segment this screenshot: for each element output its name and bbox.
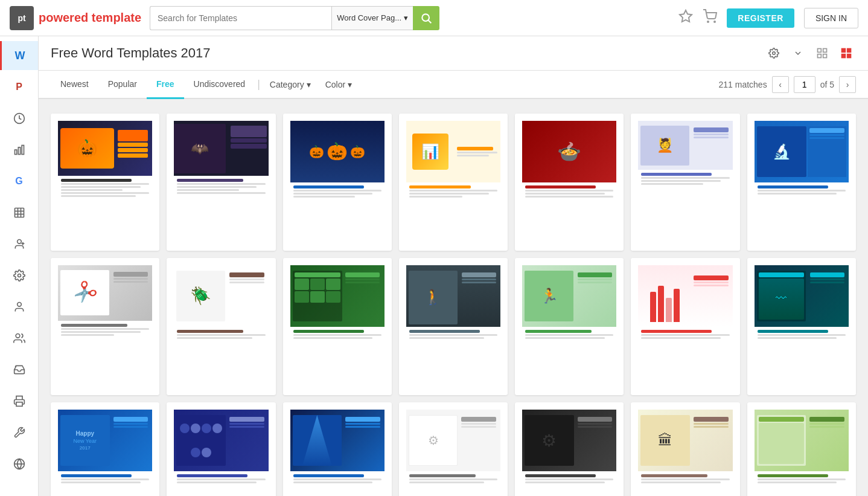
search-input[interactable] (150, 6, 331, 30)
template-card[interactable]: ✂️ (51, 258, 159, 395)
template-row-2: ✂️ (51, 258, 856, 395)
template-card[interactable]: ⚙ (515, 402, 624, 496)
sidebar-item-print[interactable] (5, 387, 34, 416)
clock-icon (13, 112, 25, 124)
category-chevron: ▾ (307, 80, 311, 89)
grid-view-icon (816, 47, 828, 59)
color-label: Color (325, 80, 345, 89)
sidebar-item-add-user[interactable] (5, 230, 34, 259)
template-card[interactable]: ⚙ (399, 402, 508, 496)
template-card[interactable]: 🎃 (51, 114, 159, 251)
template-card[interactable]: 🏃 (515, 258, 624, 395)
template-card[interactable]: 🔬 (747, 114, 856, 251)
grid-view-button[interactable] (812, 43, 832, 63)
sidebar-icon-w: W (15, 50, 25, 62)
sidebar-item-inbox[interactable] (5, 355, 34, 384)
logo-area: pt powered template (10, 6, 142, 30)
search-button[interactable] (413, 6, 439, 30)
sidebar-item-powerpoint[interactable]: P (5, 72, 34, 101)
template-card[interactable]: 〰 (747, 258, 856, 395)
logo-template: template (92, 11, 141, 24)
chart-icon (13, 144, 25, 156)
sidebar-item-table[interactable] (5, 198, 34, 227)
category-label: Category (270, 80, 304, 89)
svg-point-19 (16, 334, 20, 338)
svg-point-14 (17, 240, 21, 244)
globe-icon (13, 458, 25, 470)
sidebar-item-settings[interactable] (5, 261, 34, 290)
sidebar-item-google[interactable]: G (5, 167, 34, 196)
settings-icon-button[interactable] (764, 43, 783, 63)
sidebar-item-tools[interactable] (5, 418, 34, 447)
sidebar-item-recent[interactable] (5, 104, 34, 133)
svg-rect-30 (841, 54, 846, 59)
template-card[interactable]: 🚶 (399, 258, 508, 395)
next-page-button[interactable]: › (839, 76, 856, 93)
svg-rect-24 (818, 49, 822, 53)
template-row-1: 🎃 (51, 114, 856, 251)
template-card[interactable]: 🦇 (167, 114, 275, 251)
color-dropdown[interactable]: Color ▾ (318, 71, 359, 98)
favorites-icon[interactable] (678, 9, 693, 27)
search-icon (420, 12, 432, 24)
tools-icon (13, 427, 25, 439)
template-card[interactable] (631, 258, 739, 395)
svg-rect-29 (847, 48, 852, 53)
register-button[interactable]: REGISTER (727, 8, 794, 28)
tab-free[interactable]: Free (147, 71, 184, 99)
content-area: Free Word Templates 2017 (39, 36, 868, 496)
add-user-icon (13, 238, 25, 250)
template-card[interactable]: 📊 (399, 114, 508, 251)
sidebar: W P G (0, 36, 39, 496)
sidebar-item-charts[interactable] (5, 135, 34, 164)
page-input[interactable] (794, 76, 815, 93)
svg-rect-27 (823, 54, 827, 58)
filter-bar: Newest Popular Free Undiscovered | Categ… (39, 71, 868, 99)
prev-page-button[interactable]: ‹ (772, 76, 789, 93)
search-category-dropdown[interactable]: Word Cover Pag... ▾ (331, 6, 413, 30)
category-dropdown[interactable]: Category ▾ (263, 71, 318, 98)
tab-popular[interactable]: Popular (98, 71, 147, 99)
svg-rect-7 (18, 147, 20, 155)
color-chevron: ▾ (348, 80, 352, 89)
sidebar-item-team[interactable] (5, 324, 34, 353)
logo-box[interactable]: pt (10, 6, 34, 30)
filter-divider: | (255, 78, 263, 91)
template-card[interactable]: Happy New Year 2017 (51, 402, 159, 496)
template-card[interactable]: 🍲 (515, 114, 624, 251)
svg-rect-8 (22, 146, 24, 155)
svg-rect-31 (847, 54, 852, 59)
template-card[interactable]: 🪲 (167, 258, 275, 395)
pagination-area: 211 matches ‹ of 5 › (718, 76, 856, 93)
page-title: Free Word Templates 2017 (51, 45, 211, 61)
sidebar-item-globe[interactable] (5, 449, 34, 478)
header: pt powered template Word Cover Pag... ▾ (0, 0, 868, 36)
table-icon (13, 207, 25, 219)
svg-marker-2 (680, 10, 692, 22)
template-card[interactable]: 🎃 🎃 🎃 (283, 114, 392, 251)
sidebar-item-word[interactable]: W (0, 41, 38, 70)
compact-view-button[interactable] (837, 43, 856, 63)
template-card[interactable]: 🏛 (631, 402, 739, 496)
signin-button[interactable]: SIGN IN (804, 8, 858, 28)
svg-point-18 (17, 303, 21, 307)
templates-container: 🎃 (51, 109, 856, 496)
sidebar-item-profile[interactable] (5, 292, 34, 321)
search-dropdown-chevron: ▾ (404, 13, 408, 22)
person-icon (13, 301, 25, 313)
logo-pt-text: pt (18, 13, 25, 23)
chevron-down-button[interactable] (788, 43, 808, 63)
main-layout: W P G (0, 36, 868, 496)
cart-icon[interactable] (703, 9, 717, 27)
template-card[interactable] (167, 402, 275, 496)
title-actions (764, 43, 856, 63)
template-card[interactable]: 💆 (631, 114, 739, 251)
gear-icon (13, 269, 25, 282)
template-card[interactable] (283, 258, 392, 395)
svg-line-1 (429, 20, 432, 23)
template-card[interactable] (283, 402, 392, 496)
tab-undiscovered[interactable]: Undiscovered (184, 71, 255, 99)
template-card[interactable] (747, 402, 856, 496)
sidebar-icon-g: G (15, 176, 22, 187)
tab-newest[interactable]: Newest (51, 71, 98, 99)
